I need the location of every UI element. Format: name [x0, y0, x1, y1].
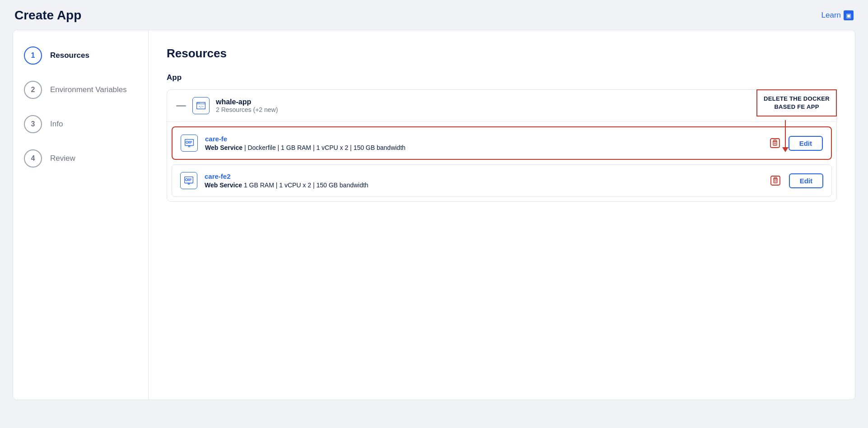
learn-label: Learn: [821, 11, 841, 20]
service-type-bold-care-fe: Web Service: [205, 144, 243, 151]
app-group-header: </> whale-app 2 Resources (+2 new): [167, 90, 836, 122]
step-circle-3: 3: [24, 115, 42, 133]
service-desc-care-fe2: Web Service 1 GB RAM | 1 vCPU x 2 | 150 …: [205, 181, 761, 189]
edit-button-care-fe[interactable]: Edit: [789, 136, 823, 151]
step-circle-4: 4: [24, 149, 42, 167]
resources-section-title: Resources: [167, 47, 837, 60]
svg-point-6: [189, 146, 190, 147]
learn-link[interactable]: Learn ▣: [821, 10, 854, 20]
app-group-card: </> whale-app 2 Resources (+2 new): [167, 89, 837, 202]
delete-button-care-fe2[interactable]: [768, 173, 783, 188]
app-group-icon: </>: [192, 97, 210, 114]
service-type-rest-care-fe: | Dockerfile | 1 GB RAM | 1 vCPU x 2 | 1…: [244, 144, 406, 151]
sidebar-item-env-vars[interactable]: 2 Environment Variables: [24, 81, 137, 99]
service-type-rest-care-fe2: 1 GB RAM | 1 vCPU x 2 | 150 GB bandwidth: [244, 181, 369, 189]
app-group-count: 2 Resources (+2 new): [216, 106, 278, 113]
svg-point-2: [197, 103, 198, 104]
svg-point-19: [188, 183, 190, 185]
arrow-head: [782, 147, 789, 152]
sidebar-item-review[interactable]: 4 Review: [24, 149, 137, 167]
service-name-care-fe2: care-fe2: [205, 172, 761, 180]
step-circle-2: 2: [24, 81, 42, 99]
svg-point-3: [199, 103, 200, 104]
main-content: Resources App DELETE THE DOCKERBASED FE …: [149, 30, 855, 400]
service-row-care-fe2: care-fe2 Web Service 1 GB RAM | 1 vCPU x…: [172, 164, 832, 197]
service-icon-care-fe: [181, 135, 198, 152]
service-type-bold-care-fe2: Web Service: [205, 181, 242, 189]
step-label-review: Review: [50, 154, 75, 163]
edit-button-care-fe2[interactable]: Edit: [789, 173, 823, 188]
service-desc-care-fe: Web Service | Dockerfile | 1 GB RAM | 1 …: [205, 144, 761, 151]
svg-text:</>: </>: [199, 105, 204, 108]
service-info-care-fe2: care-fe2 Web Service 1 GB RAM | 1 vCPU x…: [205, 172, 761, 189]
sidebar-item-resources[interactable]: 1 Resources: [24, 47, 137, 65]
service-name-care-fe: care-fe: [205, 135, 761, 143]
step-label-info: Info: [50, 120, 63, 129]
book-icon: ▣: [844, 10, 854, 20]
sidebar-item-info[interactable]: 3 Info: [24, 115, 137, 133]
app-subsection-title: App: [167, 73, 837, 82]
delete-button-care-fe[interactable]: [768, 136, 782, 150]
service-icon-care-fe2: [180, 172, 197, 189]
step-label-env-vars: Environment Variables: [50, 85, 127, 94]
step-label-resources: Resources: [50, 51, 89, 60]
sidebar: 1 Resources 2 Environment Variables 3 In…: [13, 30, 149, 400]
svg-point-8: [186, 141, 188, 144]
step-circle-1: 1: [24, 47, 42, 65]
service-actions-care-fe: Edit: [768, 136, 823, 151]
service-actions-care-fe2: Edit: [768, 173, 823, 188]
dash-icon: [176, 105, 186, 107]
service-row-care-fe: care-fe Web Service | Dockerfile | 1 GB …: [172, 126, 832, 160]
arrow-line: [785, 120, 786, 147]
svg-point-21: [186, 179, 188, 181]
resources-wrapper: App DELETE THE DOCKERBASED FE APP: [167, 73, 837, 223]
annotation-box: DELETE THE DOCKERBASED FE APP: [756, 89, 837, 116]
page-header: Create App Learn ▣: [0, 0, 868, 30]
main-container: 1 Resources 2 Environment Variables 3 In…: [13, 30, 855, 400]
page-title: Create App: [14, 8, 81, 23]
app-group-name: whale-app: [216, 98, 278, 106]
service-info-care-fe: care-fe Web Service | Dockerfile | 1 GB …: [205, 135, 761, 151]
annotation-text: DELETE THE DOCKERBASED FE APP: [764, 95, 830, 110]
